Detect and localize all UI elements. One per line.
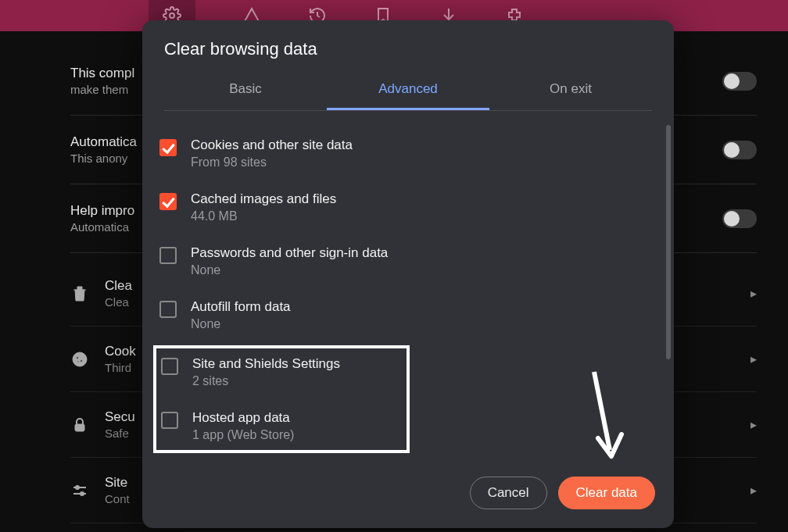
toggle-switch[interactable] xyxy=(722,72,757,91)
cookie-icon xyxy=(70,350,89,369)
tab-basic[interactable]: Basic xyxy=(164,73,327,110)
annotation-highlight-box: Site and Shields Settings 2 sites Hosted… xyxy=(153,345,410,453)
toggle-switch[interactable] xyxy=(722,209,757,228)
checkbox[interactable] xyxy=(159,301,177,318)
dialog-tabs: Basic Advanced On exit xyxy=(164,73,652,111)
svg-point-6 xyxy=(76,486,79,489)
svg-point-2 xyxy=(77,356,79,359)
bg-row-sub: This anony xyxy=(70,152,137,165)
chevron-right-icon: ▸ xyxy=(750,352,757,366)
bg-row-sub: make them xyxy=(70,83,134,96)
option-hosted-app[interactable]: Hosted app data 1 app (Web Store) xyxy=(161,402,402,450)
bg-row-title: Automatica xyxy=(70,134,137,150)
clear-browsing-data-dialog: Clear browsing data Basic Advanced On ex… xyxy=(142,20,674,528)
svg-point-1 xyxy=(73,352,87,366)
bg-row-title: This compl xyxy=(70,66,134,81)
sliders-icon xyxy=(70,481,89,500)
checkbox[interactable] xyxy=(161,412,178,429)
chevron-right-icon: ▸ xyxy=(750,417,757,432)
tab-advanced[interactable]: Advanced xyxy=(327,73,489,110)
option-site-shields[interactable]: Site and Shields Settings 2 sites xyxy=(161,348,402,402)
option-cache[interactable]: Cached images and files 44.0 MB xyxy=(159,184,652,237)
svg-point-7 xyxy=(81,492,84,495)
bg-row-sub: Automatica xyxy=(70,220,134,234)
checkbox[interactable] xyxy=(161,358,178,375)
reset-rewards-link[interactable]: Reset Brave Rewards data... xyxy=(159,453,652,462)
lock-icon xyxy=(70,416,89,434)
cancel-button[interactable]: Cancel xyxy=(470,477,547,509)
bg-row-title: Help impro xyxy=(70,203,134,219)
clear-data-button[interactable]: Clear data xyxy=(558,477,655,509)
checkbox[interactable] xyxy=(159,193,177,210)
tab-on-exit[interactable]: On exit xyxy=(489,73,652,110)
svg-point-4 xyxy=(77,361,79,362)
checkbox[interactable] xyxy=(159,247,177,264)
option-autofill[interactable]: Autofill form data None xyxy=(159,291,652,345)
scrollbar[interactable] xyxy=(666,125,671,359)
dialog-body[interactable]: Cookies and other site data From 98 site… xyxy=(142,111,674,462)
option-cookies[interactable]: Cookies and other site data From 98 site… xyxy=(159,130,652,184)
dialog-footer: Cancel Clear data xyxy=(142,462,674,528)
trash-icon xyxy=(70,284,89,303)
option-passwords[interactable]: Passwords and other sign-in data None xyxy=(159,237,652,291)
toggle-switch[interactable] xyxy=(722,141,757,159)
chevron-right-icon: ▸ xyxy=(750,286,757,301)
checkbox[interactable] xyxy=(159,139,177,156)
svg-rect-5 xyxy=(75,424,84,431)
svg-point-3 xyxy=(81,359,83,362)
chevron-right-icon: ▸ xyxy=(750,483,757,498)
svg-point-0 xyxy=(170,13,174,18)
dialog-title: Clear browsing data xyxy=(164,39,652,59)
